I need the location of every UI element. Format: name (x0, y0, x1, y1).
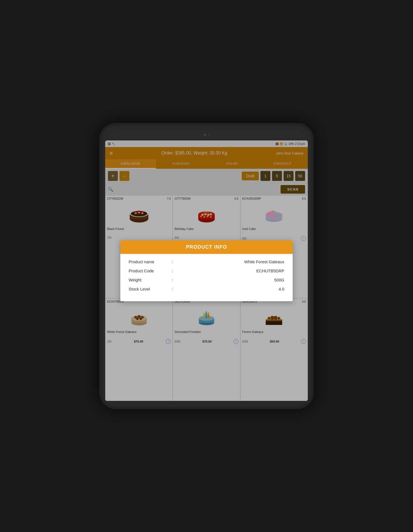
modal-label-0: Product name (129, 259, 167, 264)
modal-header: PRODUCT INFO (120, 240, 293, 254)
modal-body: Product name : White Forest Gateaux Prod… (120, 254, 293, 301)
modal-colon-3: : (172, 287, 173, 291)
modal-row-1: Product Code : ECHUTB5DRP (129, 268, 284, 273)
camera-icon (204, 134, 206, 136)
tablet-top-bar (105, 131, 308, 139)
modal-row-0: Product name : White Forest Gateaux (129, 259, 284, 264)
modal-label-1: Product Code (129, 268, 167, 273)
modal-value-2: 500G (177, 278, 284, 282)
modal-value-3: 4.0 (177, 287, 284, 291)
modal-label-3: Stock Level (129, 287, 167, 291)
modal-title: PRODUCT INFO (186, 244, 227, 250)
modal-colon-1: : (172, 268, 173, 273)
modal-label-2: Weight (129, 278, 167, 282)
tablet-shell: 🖼 🔧 🔇 📶 📡 19% 2:13 pm ≡ Order: $385.00, … (99, 123, 314, 409)
product-info-modal: PRODUCT INFO Product name : White Forest… (120, 240, 293, 301)
modal-value-0: White Forest Gateaux (177, 259, 284, 264)
modal-colon-0: : (172, 259, 173, 264)
modal-row-2: Weight : 500G (129, 278, 284, 282)
modal-value-1: ECHUTB5DRP (177, 268, 284, 273)
modal-row-3: Stock Level : 4.0 (129, 287, 284, 291)
microphone-icon (208, 134, 209, 135)
tablet-screen: 🖼 🔧 🔇 📶 📡 19% 2:13 pm ≡ Order: $385.00, … (105, 140, 308, 401)
modal-colon-2: : (172, 278, 173, 282)
modal-overlay[interactable]: PRODUCT INFO Product name : White Forest… (105, 140, 308, 401)
